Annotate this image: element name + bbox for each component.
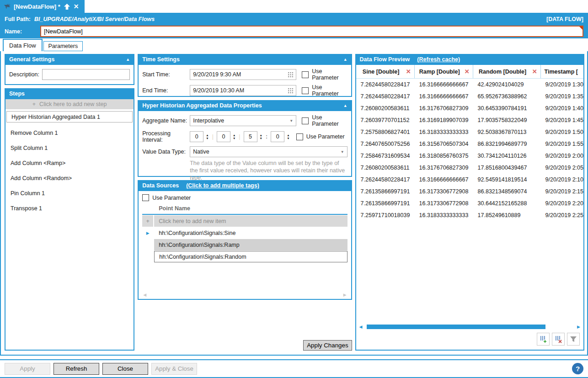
- scroll-left-icon[interactable]: ◀: [143, 293, 146, 297]
- spinner-arrows-icon[interactable]: ▲▼: [206, 133, 208, 140]
- interval-seconds-value: 0: [271, 131, 284, 142]
- interval-days-spinner[interactable]: 0 ▲▼: [190, 131, 208, 142]
- close-button[interactable]: Close: [102, 363, 148, 375]
- step-item-label: Hyper Historian Aggregated Data 1: [11, 114, 100, 120]
- point-name-row[interactable]: ▶hh:\Configuration\Signals:Sine: [142, 227, 347, 239]
- collapse-icon[interactable]: ▲: [343, 103, 347, 108]
- preview-column-title: Ramp [Double]: [415, 69, 465, 75]
- apply-and-close-button[interactable]: Apply & Close: [151, 363, 197, 375]
- remove-column-icon[interactable]: ✕: [406, 68, 411, 75]
- spinner-arrows-icon[interactable]: ▲▼: [260, 133, 262, 140]
- step-item-label: Pin Column 1: [11, 190, 45, 197]
- preview-table-cell: 7.26244580228417: [356, 93, 415, 100]
- preview-table-cell: 16.3166666666667: [415, 176, 473, 183]
- spinner-arrows-icon[interactable]: ▲▼: [287, 133, 289, 140]
- aggregate-name-dropdown[interactable]: Interpolative ▼: [190, 115, 296, 126]
- name-input[interactable]: [40, 26, 583, 37]
- tab-data-flow[interactable]: Data Flow: [3, 39, 43, 51]
- general-settings-header[interactable]: General Settings ▲: [5, 55, 134, 65]
- preview-table-cell: 9/20/2019 2:10: [541, 176, 583, 183]
- point-name-value[interactable]: hh:\Configuration\Signals:Sine: [154, 227, 347, 239]
- step-item[interactable]: Split Column 1: [5, 140, 134, 155]
- collapse-icon[interactable]: ▲: [343, 57, 347, 62]
- filter-button[interactable]: [567, 333, 580, 346]
- refresh-cache-link[interactable]: (Refresh cache): [417, 56, 460, 63]
- add-step-button[interactable]: + Click here to add new step: [5, 99, 134, 109]
- preview-column-header[interactable]: Ramp [Double]✕: [415, 65, 473, 78]
- tab-parameters[interactable]: Parameters: [43, 41, 83, 51]
- remove-column-icon[interactable]: ✕: [465, 68, 470, 75]
- value-data-type-dropdown[interactable]: Native ▼: [190, 146, 347, 157]
- collapse-icon[interactable]: ▲: [126, 57, 130, 62]
- use-parameter-label: Use Parameter: [312, 68, 347, 81]
- step-item[interactable]: Remove Column 1: [5, 125, 134, 140]
- interval-hours-spinner[interactable]: 0 ▲▼: [217, 131, 235, 142]
- datetime-picker-icon[interactable]: [288, 88, 293, 93]
- remove-column-filter-button[interactable]: [552, 333, 565, 346]
- scroll-right-icon[interactable]: ▶: [576, 325, 581, 329]
- spinner-arrows-icon[interactable]: ▲▼: [233, 133, 235, 140]
- add-item-row[interactable]: + Click here to add new item: [142, 215, 347, 227]
- preview-table-cell: 16.3183333333333: [415, 129, 473, 135]
- preview-column-header[interactable]: Random [Double]✕: [473, 65, 541, 78]
- step-item[interactable]: Add Column <Random>: [5, 170, 134, 186]
- interval-colon-separator: :: [266, 133, 267, 140]
- chevron-down-icon[interactable]: ▼: [289, 119, 293, 123]
- end-time-use-parameter-checkbox[interactable]: [302, 87, 309, 94]
- datetime-picker-icon[interactable]: [288, 72, 293, 77]
- preview-table-cell: 7.26244580228417: [356, 81, 415, 88]
- start-time-input[interactable]: 9/20/2019 9:30 AM: [190, 69, 296, 80]
- apply-changes-button[interactable]: Apply Changes: [303, 340, 352, 351]
- apply-button[interactable]: Apply: [5, 363, 50, 375]
- scrollbar-track[interactable]: [366, 325, 574, 329]
- preview-horizontal-scrollbar[interactable]: ◀ ▶: [358, 324, 581, 330]
- name-label: Name:: [5, 28, 40, 35]
- aggregate-use-parameter-checkbox[interactable]: [302, 117, 309, 124]
- point-name-column-header[interactable]: Point Name: [154, 203, 347, 214]
- processing-interval-row: Processing Interval: 0 ▲▼ | 0 ▲▼ | 5 ▲▼ …: [142, 130, 347, 143]
- scrollbar-thumb[interactable]: [367, 325, 546, 329]
- description-input[interactable]: [42, 69, 130, 80]
- step-item[interactable]: Hyper Historian Aggregated Data 1: [6, 111, 133, 122]
- end-time-input[interactable]: 9/20/2019 10:30 AM: [190, 85, 296, 96]
- data-flow-preview-title: Data Flow Preview: [360, 56, 410, 63]
- point-name-value[interactable]: hh:\Configuration\Signals:Ramp: [154, 239, 347, 250]
- help-button[interactable]: ?: [572, 363, 583, 374]
- navigate-up-icon[interactable]: [64, 3, 70, 10]
- interval-seconds-spinner[interactable]: 0 ▲▼: [271, 131, 289, 142]
- preview-table-cell: 7.25846731609534: [356, 153, 415, 159]
- data-sources-scrollbar[interactable]: ◀ ▶: [142, 293, 347, 299]
- preview-column-header[interactable]: Sine [Double]✕: [356, 65, 415, 78]
- step-item[interactable]: Transpose 1: [5, 201, 134, 216]
- refresh-button[interactable]: Refresh: [53, 363, 99, 375]
- start-time-use-parameter-checkbox[interactable]: [302, 71, 309, 78]
- data-sources-title: Data Sources: [142, 182, 179, 189]
- hh-properties-header[interactable]: Hyper Historian Aggregated Data Properti…: [139, 101, 351, 111]
- chevron-down-icon[interactable]: ▼: [341, 150, 344, 154]
- remove-column-icon[interactable]: ✕: [532, 68, 537, 75]
- scroll-left-icon[interactable]: ◀: [358, 325, 363, 329]
- step-item[interactable]: Add Column <Ramp>: [5, 155, 134, 170]
- preview-column-header[interactable]: Timestamp [: [541, 65, 583, 78]
- point-name-value[interactable]: hh:\Configuration\Signals:Random: [154, 251, 347, 262]
- data-sources-use-parameter-checkbox[interactable]: [142, 194, 149, 201]
- preview-column-title: Sine [Double]: [356, 69, 406, 75]
- start-time-value: 9/20/2019 9:30 AM: [193, 71, 286, 78]
- preview-table-row: 7.2597171001803916.318333333333317.85249…: [356, 209, 583, 221]
- step-item[interactable]: Pin Column 1: [5, 186, 134, 201]
- document-tab[interactable]: [NewDataFlow] * ✕: [0, 0, 85, 13]
- close-tab-icon[interactable]: ✕: [74, 3, 79, 10]
- add-multiple-tags-link[interactable]: (Click to add multiple tags): [186, 182, 259, 189]
- left-column: General Settings ▲ Description: Steps + …: [5, 54, 134, 351]
- aggregate-name-label: Aggregate Name:: [142, 117, 190, 124]
- interval-use-parameter-checkbox[interactable]: [296, 133, 303, 140]
- interval-minutes-spinner[interactable]: 5 ▲▼: [244, 131, 262, 142]
- content-area: General Settings ▲ Description: Steps + …: [0, 51, 588, 356]
- point-name-row[interactable]: hh:\Configuration\Signals:Random: [142, 251, 347, 262]
- add-column-filter-button[interactable]: [537, 333, 550, 346]
- preview-table-cell: 7.26135866997191: [356, 200, 415, 207]
- scroll-right-icon[interactable]: ▶: [343, 293, 347, 297]
- time-settings-header[interactable]: Time Settings ▲: [139, 55, 351, 65]
- point-name-row[interactable]: hh:\Configuration\Signals:Ramp: [142, 239, 347, 250]
- preview-header-row: Sine [Double]✕Ramp [Double]✕Random [Doub…: [356, 65, 583, 79]
